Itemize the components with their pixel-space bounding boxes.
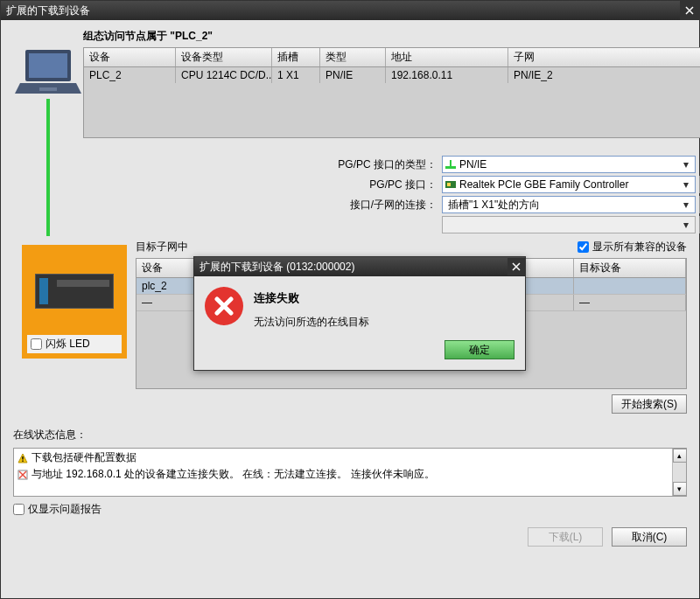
show-compat-label: 显示所有兼容的设备 [592,240,687,254]
col-device: 设备 [84,48,176,66]
table-row[interactable]: PLC_2 CPU 1214C DC/D... 1 X1 PN/IE 192.1… [84,67,700,83]
cancel-button[interactable]: 取消(C) [612,527,687,547]
warning-icon [18,453,28,463]
network-icon [444,158,457,171]
laptop-graphic [13,29,83,236]
blink-led-label: 闪烁 LED [46,337,90,352]
close-icon[interactable] [508,258,525,275]
svg-rect-4 [445,166,456,169]
ok-button[interactable]: 确定 [444,340,514,359]
status-line: 与地址 192.168.0.1 处的设备建立连接失败。 在线：无法建立连接。 连… [18,467,668,482]
svg-rect-1 [29,53,67,78]
nic-icon [444,178,457,191]
scroll-down-icon[interactable]: ▾ [673,482,687,496]
conn-label: 接口/子网的连接： [83,198,442,212]
chevron-down-icon: ▾ [679,199,693,211]
svg-rect-5 [450,160,452,166]
close-icon[interactable] [680,1,699,20]
gw-dropdown: ▾ [442,216,696,233]
chevron-down-icon: ▾ [679,178,693,191]
error-icon [205,287,243,325]
col-addr: 地址 [386,48,508,66]
blink-led-checkbox[interactable] [31,338,42,350]
only-problems-checkbox[interactable] [13,504,24,515]
targets-label: 目标子网中 [136,240,188,254]
chevron-down-icon: ▾ [679,219,693,231]
col-ntype: 类型 [320,48,386,66]
conn-dropdown[interactable]: 插槽"1 X1"处的方向 ▾ [442,196,696,213]
col-slot: 插槽 [272,48,320,66]
error-modal: 扩展的下载到设备 (0132:000002) 连接失败 无法访问所选的在线目标 … [193,256,526,371]
only-problems-label: 仅显示问题报告 [28,502,102,517]
status-box: 下载包括硬件配置数据 与地址 192.168.0.1 处的设备建立连接失败。 在… [13,448,687,497]
svg-rect-3 [39,87,57,91]
config-table: 设备 设备类型 插槽 类型 地址 子网 PLC_2 CPU 1214C DC/D… [83,47,700,138]
config-title: 组态访问节点属于 "PLC_2" [83,29,700,44]
svg-rect-7 [447,183,451,186]
pgpc-type-dropdown[interactable]: PN/IE ▾ [442,156,696,173]
svg-rect-17 [22,456,23,460]
title-text: 扩展的下载到设备 [6,3,90,18]
col-type: 设备类型 [176,48,272,66]
show-compat-checkbox[interactable] [578,241,589,253]
download-button: 下载(L) [528,527,603,547]
pgpc-if-label: PG/PC 接口： [83,178,442,192]
modal-header: 连接失败 [254,290,369,306]
titlebar: 扩展的下载到设备 [1,1,699,20]
scrollbar[interactable]: ▴ ▾ [672,449,686,496]
pgpc-if-dropdown[interactable]: Realtek PCIe GBE Family Controller ▾ [442,176,696,193]
scroll-up-icon[interactable]: ▴ [673,449,687,463]
chevron-down-icon: ▾ [679,158,693,171]
modal-message: 无法访问所选的在线目标 [254,315,369,330]
svg-rect-18 [22,460,23,461]
modal-title: 扩展的下载到设备 (0132:000002) [200,260,354,275]
error-icon [18,470,28,480]
device-preview: 闪烁 LED [22,245,127,359]
plc-module-icon [35,274,114,309]
modal-titlebar: 扩展的下载到设备 (0132:000002) [194,257,525,276]
status-title: 在线状态信息： [13,428,687,442]
col-subnet: 子网 [508,48,700,66]
laptop-icon [13,46,83,99]
start-search-button[interactable]: 开始搜索(S) [612,394,687,414]
status-line: 下载包括硬件配置数据 [18,450,668,465]
pgpc-type-label: PG/PC 接口的类型： [83,157,442,172]
download-dialog: 扩展的下载到设备 组态访问节点属于 "PLC_2" 设备 [0,0,700,599]
content: 组态访问节点属于 "PLC_2" 设备 设备类型 插槽 类型 地址 子网 PLC… [1,20,699,598]
